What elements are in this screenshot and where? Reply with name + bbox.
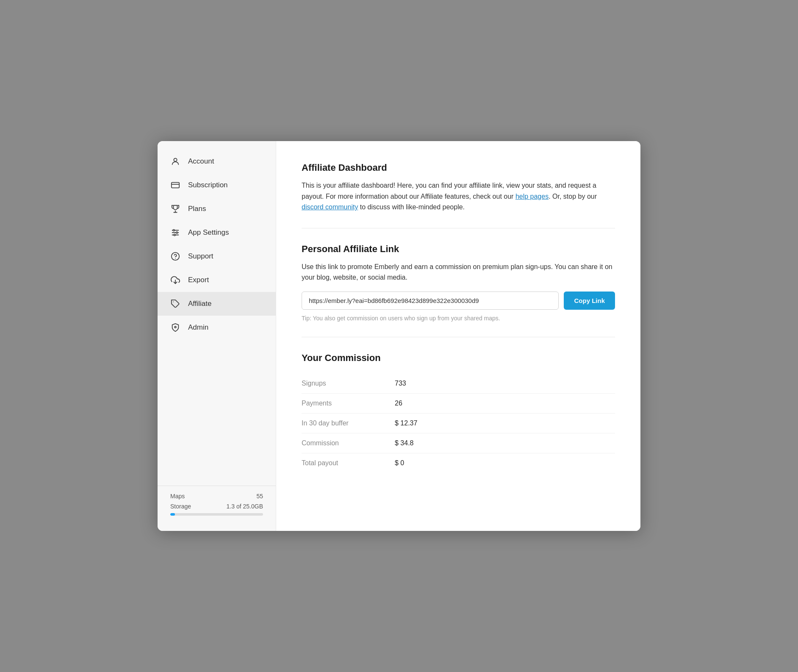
help-pages-link[interactable]: help pages (515, 193, 549, 200)
maps-row: Maps 55 (170, 493, 263, 500)
sidebar-label-account: Account (188, 157, 214, 166)
commission-value: 733 (395, 380, 406, 387)
trophy-icon (170, 204, 180, 214)
commission-value: $ 34.8 (395, 439, 413, 447)
commission-section: Your Commission Signups 733 Payments 26 … (302, 353, 615, 473)
sidebar-item-app-settings[interactable]: App Settings (158, 221, 276, 244)
svg-point-13 (175, 326, 176, 328)
description-text-2: . Or, stop by our (549, 193, 597, 200)
card-icon (170, 180, 180, 190)
commission-row: Payments 26 (302, 394, 615, 414)
commission-title: Your Commission (302, 353, 615, 364)
commission-value: $ 12.37 (395, 419, 417, 427)
shield-icon (170, 322, 180, 333)
sidebar-item-admin[interactable]: Admin (158, 316, 276, 339)
dashboard-section: Affiliate Dashboard This is your affilia… (302, 162, 615, 213)
personal-link-title: Personal Affiliate Link (302, 244, 615, 255)
dashboard-title: Affiliate Dashboard (302, 162, 615, 173)
commission-table: Signups 733 Payments 26 In 30 day buffer… (302, 374, 615, 473)
sidebar-label-plans: Plans (188, 205, 206, 213)
sidebar-item-support[interactable]: Support (158, 244, 276, 268)
sidebar-item-subscription[interactable]: Subscription (158, 173, 276, 197)
sidebar-label-affiliate: Affiliate (188, 300, 211, 308)
sidebar-item-affiliate[interactable]: Affiliate (158, 292, 276, 316)
svg-point-0 (174, 158, 177, 161)
commission-label: Total payout (302, 459, 395, 467)
person-icon (170, 156, 180, 167)
description-text-3: to discuss with like-minded people. (358, 203, 465, 211)
commission-row: Commission $ 34.8 (302, 433, 615, 453)
tip-text: Tip: You also get commission on users wh… (302, 315, 615, 322)
svg-point-8 (174, 234, 175, 236)
commission-label: Commission (302, 439, 395, 447)
sidebar-footer: Maps 55 Storage 1.3 of 25.0GB (158, 486, 276, 522)
maps-value: 55 (256, 493, 263, 500)
discord-link[interactable]: discord community (302, 203, 358, 211)
commission-label: Signups (302, 380, 395, 387)
tag-icon (170, 299, 180, 309)
sidebar-item-account[interactable]: Account (158, 150, 276, 173)
sidebar-item-plans[interactable]: Plans (158, 197, 276, 221)
commission-label: Payments (302, 400, 395, 407)
commission-value: 26 (395, 400, 402, 407)
sidebar-label-admin: Admin (188, 323, 208, 332)
sliders-icon (170, 228, 180, 238)
affiliate-link-row: Copy Link (302, 292, 615, 310)
commission-value: $ 0 (395, 459, 404, 467)
sidebar-label-support: Support (188, 252, 213, 261)
copy-link-button[interactable]: Copy Link (564, 292, 615, 310)
affiliate-link-input[interactable] (302, 292, 559, 310)
sidebar: Account Subscription Plans (158, 141, 276, 531)
divider-2 (302, 337, 615, 337)
svg-point-7 (176, 232, 178, 233)
question-icon (170, 251, 180, 261)
divider-1 (302, 228, 615, 228)
storage-label: Storage (170, 503, 191, 510)
sidebar-label-app-settings: App Settings (188, 228, 229, 237)
svg-rect-1 (172, 183, 179, 188)
maps-label: Maps (170, 493, 185, 500)
commission-row: Total payout $ 0 (302, 453, 615, 473)
dashboard-description: This is your affiliate dashboard! Here, … (302, 180, 615, 213)
storage-bar-fill (170, 513, 175, 516)
cloud-download-icon (170, 275, 180, 285)
sidebar-label-subscription: Subscription (188, 181, 228, 189)
sidebar-nav: Account Subscription Plans (158, 150, 276, 481)
commission-label: In 30 day buffer (302, 419, 395, 427)
personal-link-section: Personal Affiliate Link Use this link to… (302, 244, 615, 322)
app-window: Account Subscription Plans (158, 141, 640, 531)
storage-row: Storage 1.3 of 25.0GB (170, 503, 263, 510)
main-content: Affiliate Dashboard This is your affilia… (276, 141, 640, 531)
commission-row: Signups 733 (302, 374, 615, 394)
commission-row: In 30 day buffer $ 12.37 (302, 414, 615, 433)
storage-bar-track (170, 513, 263, 516)
sidebar-label-export: Export (188, 276, 209, 284)
personal-link-description: Use this link to promote Emberly and ear… (302, 261, 615, 283)
storage-value: 1.3 of 25.0GB (227, 503, 263, 510)
sidebar-item-export[interactable]: Export (158, 268, 276, 292)
svg-point-6 (173, 230, 175, 231)
